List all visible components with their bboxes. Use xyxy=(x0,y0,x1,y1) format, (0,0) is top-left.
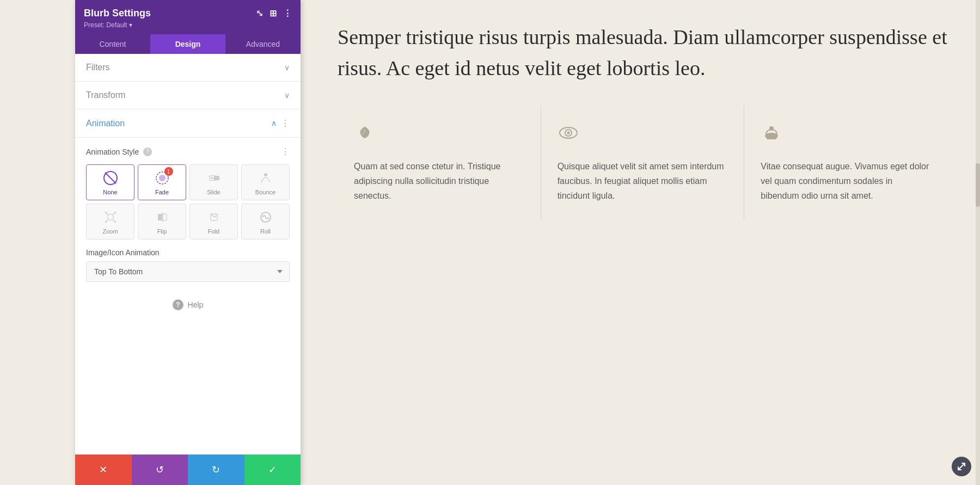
card-2: Quisque aliquet velit sit amet sem inter… xyxy=(541,106,744,220)
panel-body: Filters ∨ Transform ∨ Animation ∧ ⋮ Anim… xyxy=(75,54,301,455)
svg-point-3 xyxy=(159,175,166,181)
panel-footer: ✕ ↺ ↻ ✓ xyxy=(75,455,301,485)
card-3: Vitae consequat augue. Vivamus eget dolo… xyxy=(744,106,947,220)
more-icon[interactable]: ⋮ xyxy=(283,8,292,19)
image-icon-select[interactable]: Top To Bottom Bottom To Top Left To Righ… xyxy=(86,261,290,282)
transform-arrow: ∨ xyxy=(284,91,290,100)
anim-roll-button[interactable]: Roll xyxy=(241,204,290,240)
card-2-icon xyxy=(558,122,728,148)
card-2-text: Quisque aliquet velit sit amet sem inter… xyxy=(558,159,728,204)
anim-slide-label: Slide xyxy=(207,189,220,195)
image-icon-label: Image/Icon Animation xyxy=(86,248,290,257)
anim-fold-label: Fold xyxy=(208,228,219,235)
animation-grid: None 1 Fade xyxy=(86,164,290,240)
tab-content[interactable]: Content xyxy=(75,34,150,54)
animation-section-header[interactable]: Animation ∧ ⋮ xyxy=(75,109,301,138)
help-circle-icon: ? xyxy=(173,299,183,310)
filters-arrow: ∨ xyxy=(284,63,290,72)
undo-button[interactable]: ↺ xyxy=(132,455,188,485)
anim-bounce-button[interactable]: Bounce xyxy=(241,164,290,200)
settings-panel: Blurb Settings ⤡ ⊞ ⋮ Preset: Default ▾ C… xyxy=(75,0,301,485)
help-button[interactable]: ? Help xyxy=(75,291,301,319)
svg-point-20 xyxy=(567,132,569,134)
card-3-text: Vitae consequat augue. Vivamus eget dolo… xyxy=(761,159,931,204)
card-1-icon xyxy=(354,122,524,148)
anim-zoom-label: Zoom xyxy=(102,228,118,235)
roll-icon xyxy=(257,208,274,226)
anim-fade-label: Fade xyxy=(155,189,169,195)
tab-design[interactable]: Design xyxy=(150,34,225,54)
anim-fold-button[interactable]: Fold xyxy=(189,204,238,240)
svg-line-9 xyxy=(105,212,107,214)
anim-none-button[interactable]: None xyxy=(86,164,134,200)
animation-style-row: Animation Style ? ⋮ xyxy=(86,146,290,157)
panel-preset[interactable]: Preset: Default ▾ xyxy=(84,21,292,29)
svg-line-11 xyxy=(105,220,107,223)
animation-label: Animation xyxy=(86,119,125,128)
animation-style-help[interactable]: ? xyxy=(143,148,152,156)
card-3-icon xyxy=(761,122,931,148)
panel-header: Blurb Settings ⤡ ⊞ ⋮ Preset: Default ▾ xyxy=(75,0,301,34)
anim-flip-button[interactable]: Flip xyxy=(138,204,186,240)
split-icon[interactable]: ⊞ xyxy=(270,8,277,19)
filters-section[interactable]: Filters ∨ xyxy=(75,54,301,82)
slide-icon xyxy=(205,169,223,187)
anim-flip-label: Flip xyxy=(157,228,167,235)
svg-rect-13 xyxy=(158,214,162,220)
anim-roll-label: Roll xyxy=(260,228,271,235)
animation-actions: ∧ ⋮ xyxy=(271,118,290,128)
svg-rect-8 xyxy=(108,214,113,220)
animation-style-label: Animation Style xyxy=(86,148,139,156)
image-icon-animation-container: Image/Icon Animation Top To Bottom Botto… xyxy=(86,248,290,282)
anim-fade-button[interactable]: 1 Fade xyxy=(138,164,186,200)
expand-icon[interactable]: ⤡ xyxy=(256,8,263,19)
cards-row: Quam at sed conse ctetur in. Tristique a… xyxy=(338,106,947,220)
right-scrollbar[interactable] xyxy=(976,0,980,485)
redo-button[interactable]: ↻ xyxy=(188,455,244,485)
tab-advanced[interactable]: Advanced xyxy=(225,34,301,54)
cancel-button[interactable]: ✕ xyxy=(75,455,132,485)
anim-none-label: None xyxy=(103,189,117,195)
none-icon xyxy=(102,169,119,187)
svg-rect-5 xyxy=(214,176,219,180)
save-button[interactable]: ✓ xyxy=(244,455,301,485)
main-content: Semper tristique risus turpis malesuada.… xyxy=(305,0,980,485)
anim-bounce-label: Bounce xyxy=(255,189,275,195)
zoom-icon xyxy=(102,208,119,226)
diagonal-resize-icon[interactable] xyxy=(952,457,971,476)
fold-icon xyxy=(205,208,223,226)
animation-menu-icon[interactable]: ⋮ xyxy=(281,118,290,128)
anim-zoom-button[interactable]: Zoom xyxy=(86,204,134,240)
fade-icon: 1 xyxy=(154,169,171,187)
panel-title-icons: ⤡ ⊞ ⋮ xyxy=(256,8,292,19)
animation-collapse-icon[interactable]: ∧ xyxy=(271,119,277,128)
bounce-icon xyxy=(257,169,274,187)
svg-rect-14 xyxy=(163,214,167,220)
flip-icon xyxy=(154,208,171,226)
filters-label: Filters xyxy=(86,63,110,72)
scrollbar-thumb xyxy=(976,163,980,207)
panel-tabs: Content Design Advanced xyxy=(75,34,301,54)
fade-badge: 1 xyxy=(164,167,173,176)
animation-style-menu[interactable]: ⋮ xyxy=(281,146,290,157)
panel-title-text: Blurb Settings xyxy=(84,8,151,19)
card-1: Quam at sed conse ctetur in. Tristique a… xyxy=(338,106,541,220)
anim-slide-button[interactable]: Slide xyxy=(189,164,238,200)
svg-point-7 xyxy=(264,173,267,176)
help-label: Help xyxy=(188,300,204,309)
svg-point-21 xyxy=(769,126,774,131)
svg-line-10 xyxy=(114,212,116,214)
transform-label: Transform xyxy=(86,90,125,100)
transform-section[interactable]: Transform ∨ xyxy=(75,82,301,109)
hero-text: Semper tristique risus turpis malesuada.… xyxy=(338,22,947,84)
svg-line-12 xyxy=(114,220,116,223)
card-1-text: Quam at sed conse ctetur in. Tristique a… xyxy=(354,159,524,204)
panel-title-row: Blurb Settings ⤡ ⊞ ⋮ xyxy=(84,8,292,19)
svg-line-1 xyxy=(105,173,116,183)
animation-content: Animation Style ? ⋮ None xyxy=(75,138,301,291)
